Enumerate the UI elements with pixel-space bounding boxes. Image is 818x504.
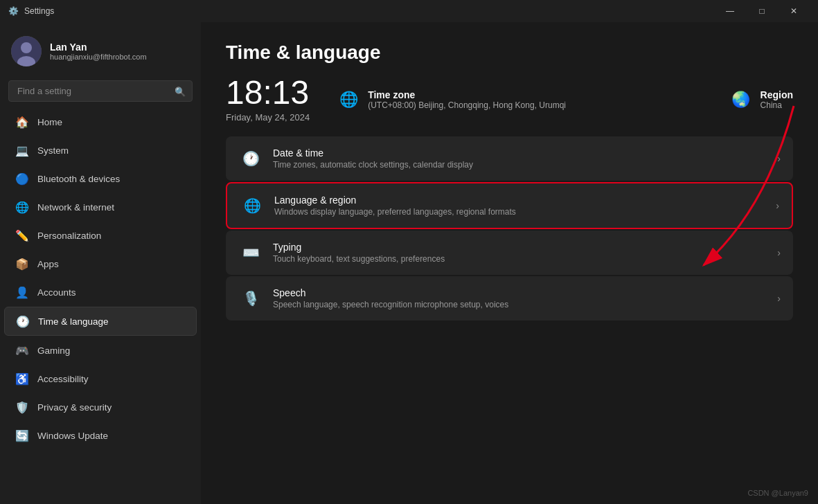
- setting-title-datetime: Date & time: [273, 147, 777, 159]
- sidebar-item-home[interactable]: 🏠 Home: [4, 108, 197, 136]
- watermark: CSDN @Lanyan9: [747, 489, 808, 497]
- setting-icon-speech: 🎙️: [238, 286, 263, 311]
- setting-title-speech: Speech: [273, 287, 777, 298]
- nav-icon-system: 💻: [15, 143, 29, 157]
- setting-row-datetime[interactable]: 🕐 Date & time Time zones, automatic cloc…: [226, 136, 793, 181]
- timezone-icon: 🌐: [337, 89, 359, 111]
- nav-label-timelang: Time & language: [38, 316, 109, 327]
- setting-row-speech[interactable]: 🎙️ Speech Speech language, speech recogn…: [226, 276, 793, 321]
- setting-row-typing[interactable]: ⌨️ Typing Touch keyboard, text suggestio…: [226, 231, 793, 275]
- nav-icon-update: 🔄: [15, 429, 29, 442]
- region-label: Region: [761, 89, 793, 100]
- setting-icon-language: 🌐: [240, 193, 265, 218]
- setting-title-typing: Typing: [273, 242, 777, 253]
- nav-label-accessibility: Accessibility: [37, 374, 89, 384]
- page-title: Time & language: [226, 42, 793, 64]
- search-input[interactable]: [8, 80, 193, 102]
- date-display: Friday, May 24, 2024: [226, 112, 310, 123]
- setting-row-language[interactable]: 🌐 Language & region Windows display lang…: [226, 182, 793, 229]
- setting-icon-datetime: 🕐: [238, 146, 263, 171]
- nav-label-accounts: Accounts: [37, 287, 76, 298]
- sidebar-item-accessibility[interactable]: ♿ Accessibility: [4, 365, 197, 393]
- region-value: China: [761, 100, 793, 110]
- search-box[interactable]: 🔍: [8, 80, 193, 102]
- setting-text-datetime: Date & time Time zones, automatic clock …: [273, 147, 777, 170]
- avatar: [11, 36, 42, 66]
- settings-list: 🕐 Date & time Time zones, automatic cloc…: [226, 136, 793, 321]
- chevron-icon-datetime: ›: [777, 153, 781, 164]
- user-email: huangjianxiu@fifthrobot.com: [50, 53, 147, 61]
- nav-list: 🏠 Home 💻 System 🔵 Bluetooth & devices 🌐 …: [0, 107, 201, 450]
- nav-label-network: Network & internet: [37, 202, 114, 213]
- time-region-bar: 18:13 Friday, May 24, 2024 🌐 Time zone (…: [226, 76, 793, 123]
- nav-icon-home: 🏠: [15, 115, 29, 129]
- nav-label-system: System: [37, 145, 69, 156]
- sidebar-item-accounts[interactable]: 👤 Accounts: [4, 278, 197, 306]
- svg-point-1: [21, 42, 32, 53]
- nav-icon-accessibility: ♿: [15, 372, 29, 386]
- timezone-label: Time zone: [368, 89, 566, 100]
- sidebar-item-apps[interactable]: 📦 Apps: [4, 250, 197, 278]
- titlebar-left: ⚙️ Settings: [8, 6, 54, 16]
- timezone-info: Time zone (UTC+08:00) Beijing, Chongqing…: [368, 89, 566, 110]
- minimize-button[interactable]: —: [714, 0, 746, 22]
- nav-label-gaming: Gaming: [37, 345, 70, 356]
- nav-icon-timelang: 🕐: [16, 314, 30, 328]
- main-content: Time & language 18:13 Friday, May 24, 20…: [201, 22, 818, 504]
- titlebar: ⚙️ Settings — □ ✕: [0, 0, 818, 22]
- settings-app-icon: ⚙️: [8, 6, 19, 16]
- nav-icon-privacy: 🛡️: [15, 400, 29, 414]
- nav-icon-personalization: ✏️: [15, 228, 29, 242]
- nav-label-bluetooth: Bluetooth & devices: [37, 174, 120, 184]
- sidebar-item-bluetooth[interactable]: 🔵 Bluetooth & devices: [4, 165, 197, 192]
- sidebar: Lan Yan huangjianxiu@fifthrobot.com 🔍 🏠 …: [0, 22, 201, 504]
- chevron-icon-language: ›: [776, 200, 779, 211]
- setting-text-language: Language & region Windows display langua…: [274, 195, 776, 217]
- nav-icon-network: 🌐: [15, 200, 29, 214]
- region-info: Region China: [761, 89, 793, 110]
- setting-text-typing: Typing Touch keyboard, text suggestions,…: [273, 242, 777, 264]
- chevron-icon-speech: ›: [777, 293, 781, 304]
- sidebar-item-gaming[interactable]: 🎮 Gaming: [4, 336, 197, 364]
- timezone-value: (UTC+08:00) Beijing, Chongqing, Hong Kon…: [368, 100, 566, 110]
- nav-label-home: Home: [37, 117, 62, 127]
- titlebar-title: Settings: [24, 6, 54, 16]
- setting-icon-typing: ⌨️: [238, 240, 263, 265]
- chevron-icon-typing: ›: [777, 247, 781, 258]
- nav-icon-accounts: 👤: [15, 285, 29, 299]
- app-body: Lan Yan huangjianxiu@fifthrobot.com 🔍 🏠 …: [0, 22, 818, 504]
- nav-icon-bluetooth: 🔵: [15, 172, 29, 186]
- setting-title-language: Language & region: [274, 195, 776, 206]
- setting-desc-language: Windows display language, preferred lang…: [274, 207, 776, 217]
- time-display: 18:13: [226, 76, 310, 109]
- sidebar-item-network[interactable]: 🌐 Network & internet: [4, 193, 197, 221]
- sidebar-item-timelang[interactable]: 🕐 Time & language: [4, 307, 197, 336]
- nav-label-privacy: Privacy & security: [37, 402, 112, 413]
- sidebar-item-update[interactable]: 🔄 Windows Update: [4, 422, 197, 449]
- timezone-block: 🌐 Time zone (UTC+08:00) Beijing, Chongqi…: [337, 89, 702, 111]
- search-icon: 🔍: [175, 86, 186, 96]
- nav-label-update: Windows Update: [37, 431, 108, 441]
- region-globe-icon: 🌏: [730, 89, 752, 111]
- setting-desc-typing: Touch keyboard, text suggestions, prefer…: [273, 254, 777, 264]
- nav-label-apps: Apps: [37, 259, 59, 269]
- sidebar-item-privacy[interactable]: 🛡️ Privacy & security: [4, 393, 197, 421]
- user-section: Lan Yan huangjianxiu@fifthrobot.com: [0, 22, 201, 78]
- setting-desc-speech: Speech language, speech recognition micr…: [273, 300, 777, 309]
- sidebar-item-system[interactable]: 💻 System: [4, 136, 197, 164]
- setting-text-speech: Speech Speech language, speech recogniti…: [273, 287, 777, 309]
- maximize-button[interactable]: □: [746, 0, 778, 22]
- setting-desc-datetime: Time zones, automatic clock settings, ca…: [273, 160, 777, 170]
- user-name: Lan Yan: [50, 42, 147, 53]
- region-block: 🌏 Region China: [730, 89, 793, 111]
- user-info: Lan Yan huangjianxiu@fifthrobot.com: [50, 42, 147, 61]
- nav-icon-apps: 📦: [15, 257, 29, 271]
- nav-icon-gaming: 🎮: [15, 343, 29, 357]
- nav-label-personalization: Personalization: [37, 231, 101, 241]
- close-button[interactable]: ✕: [778, 0, 810, 22]
- titlebar-controls: — □ ✕: [714, 0, 810, 22]
- sidebar-item-personalization[interactable]: ✏️ Personalization: [4, 222, 197, 249]
- time-block: 18:13 Friday, May 24, 2024: [226, 76, 310, 123]
